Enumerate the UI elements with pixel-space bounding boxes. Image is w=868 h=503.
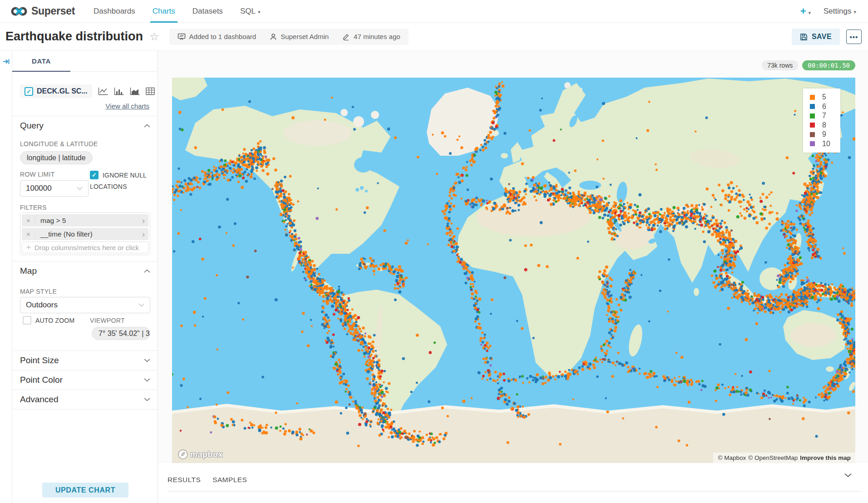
legend-swatch xyxy=(810,104,815,109)
legend-swatch xyxy=(810,132,815,137)
save-disk-icon xyxy=(800,33,808,41)
tab-results[interactable]: RESULTS xyxy=(168,476,201,484)
chevron-up-icon xyxy=(144,124,150,128)
row-limit-select[interactable]: 100000 xyxy=(20,180,89,197)
add-filter-dropzone[interactable]: + Drop columns/metrics here or click xyxy=(22,242,148,253)
filter-item[interactable]: × __time (No filter) › xyxy=(22,228,148,240)
viewport-chip[interactable]: 7° 35' 54.02" | 3... xyxy=(92,327,150,340)
legend-label: 8 xyxy=(822,121,826,129)
save-button[interactable]: SAVE xyxy=(792,29,840,45)
legend-label: 7 xyxy=(822,112,826,120)
auto-zoom-checkbox[interactable] xyxy=(23,316,31,325)
remove-filter-icon[interactable]: × xyxy=(22,217,35,224)
mapbox-wordmark: mapbox xyxy=(190,450,223,459)
divider xyxy=(12,370,158,370)
ignore-null-checkbox-row[interactable]: ✓ IGNORE NULL LOCATIONS xyxy=(90,171,150,190)
table-icon[interactable] xyxy=(146,87,155,95)
settings-menu[interactable]: Settings▾ xyxy=(824,7,856,16)
query-section-header[interactable]: Query xyxy=(20,121,150,131)
favorite-star-icon[interactable]: ☆ xyxy=(149,30,159,43)
infinity-logo-icon xyxy=(11,6,27,17)
legend-label: 6 xyxy=(822,103,826,111)
chart-area: 73k rows 00:00:01.50 xyxy=(158,51,868,503)
remove-filter-icon[interactable]: × xyxy=(22,230,35,238)
map-section-header[interactable]: Map xyxy=(20,266,150,276)
caret-down-icon: ▾ xyxy=(258,9,261,15)
legend-item: 9 xyxy=(810,130,840,139)
legend-swatch xyxy=(810,123,815,128)
divider xyxy=(12,390,158,390)
map-style-label: MAP STYLE xyxy=(20,288,57,295)
caret-down-icon: ▾ xyxy=(809,10,811,15)
auto-zoom-checkbox-row[interactable]: AUTO ZOOM xyxy=(23,316,74,325)
lon-lat-label: LONGITUDE & LATITUDE xyxy=(20,140,98,148)
legend-swatch xyxy=(810,141,815,146)
improve-map-link[interactable]: Improve this map xyxy=(800,454,851,461)
tab-data[interactable]: DATA xyxy=(12,51,70,72)
point-color-title: Point Color xyxy=(20,375,63,385)
scatterplot-layer[interactable] xyxy=(172,78,855,463)
point-size-section-header[interactable]: Point Size xyxy=(20,355,150,365)
row-count-badge: 73k rows xyxy=(762,60,798,70)
mapbox-logo[interactable]: mapbox xyxy=(178,449,223,459)
divider xyxy=(12,350,158,351)
map-section-title: Map xyxy=(20,266,37,276)
chevron-down-icon xyxy=(138,303,144,307)
filters-box: × mag > 5 › × __time (No filter) › + Dro… xyxy=(20,212,150,255)
legend-label: 10 xyxy=(822,140,830,148)
legend-item: 10 xyxy=(810,139,840,149)
viz-selected-checkbox[interactable]: ✓ xyxy=(25,87,33,96)
bar-chart-icon[interactable] xyxy=(114,87,124,95)
lon-lat-chip[interactable]: longitude | latitude xyxy=(20,151,93,164)
results-divider xyxy=(168,491,861,492)
auto-zoom-label: AUTO ZOOM xyxy=(35,316,74,325)
legend-label: 5 xyxy=(822,93,826,101)
legend-item: 6 xyxy=(810,102,840,112)
tab-samples[interactable]: SAMPLES xyxy=(212,476,247,484)
viewport-label: VIEWPORT xyxy=(90,317,125,324)
row-limit-label: ROW LIMIT xyxy=(20,171,55,178)
chevron-up-icon xyxy=(144,269,150,273)
new-item-button[interactable]: +▾ xyxy=(800,5,811,17)
last-modified-meta[interactable]: 47 minutes ago xyxy=(342,33,400,40)
expand-panel-icon[interactable] xyxy=(3,58,10,65)
advanced-title: Advanced xyxy=(20,395,59,404)
results-panel: RESULTS SAMPLES xyxy=(158,463,868,503)
nav-item-datasets[interactable]: Datasets xyxy=(184,0,232,23)
nav-item-charts[interactable]: Charts xyxy=(144,0,184,23)
divider xyxy=(12,261,158,261)
superset-logo[interactable]: Superset xyxy=(11,5,75,17)
dashboards-meta[interactable]: Added to 1 dashboard xyxy=(178,33,256,40)
divider xyxy=(12,116,158,116)
legend-item: 7 xyxy=(810,111,840,121)
top-nav: Superset Dashboards Charts Datasets SQL▾… xyxy=(0,0,868,23)
map-style-select[interactable]: Outdoors xyxy=(20,297,150,313)
line-chart-icon[interactable] xyxy=(98,87,108,95)
owner-meta[interactable]: Superset Admin xyxy=(270,33,329,40)
point-color-section-header[interactable]: Point Color xyxy=(20,375,150,385)
more-options-button[interactable]: ••• xyxy=(846,30,862,44)
collapse-results-icon[interactable] xyxy=(844,473,852,478)
advanced-section-header[interactable]: Advanced xyxy=(20,395,150,404)
point-size-title: Point Size xyxy=(20,355,59,365)
mapbox-logo-icon xyxy=(178,449,188,459)
filters-label: FILTERS xyxy=(20,204,47,211)
view-all-charts-link[interactable]: View all charts xyxy=(106,102,149,110)
legend-item: 8 xyxy=(810,121,840,130)
mapbox-attribution-link[interactable]: © Mapbox xyxy=(718,454,746,461)
user-icon xyxy=(270,33,277,40)
chevron-right-icon: › xyxy=(142,216,148,226)
ignore-null-checkbox[interactable]: ✓ xyxy=(90,171,99,179)
nav-item-dashboards[interactable]: Dashboards xyxy=(85,0,144,23)
osm-attribution-link[interactable]: © OpenStreetMap xyxy=(748,454,798,461)
update-chart-button[interactable]: UPDATE CHART xyxy=(42,483,128,498)
viz-type-selected[interactable]: ✓ DECK.GL SC... xyxy=(20,84,92,98)
chevron-down-icon xyxy=(144,359,150,362)
viz-type-row: ✓ DECK.GL SC... 4k xyxy=(20,84,150,98)
deckgl-scatter-map[interactable]: 5678910 mapbox © Mapbox © OpenStreetMap … xyxy=(172,78,855,463)
area-chart-icon[interactable] xyxy=(130,87,140,95)
nav-item-sql[interactable]: SQL▾ xyxy=(232,0,269,23)
query-section-title: Query xyxy=(20,121,44,131)
filter-item[interactable]: × mag > 5 › xyxy=(22,214,148,227)
chart-metadata: Added to 1 dashboard Superset Admin 47 m… xyxy=(169,29,409,45)
